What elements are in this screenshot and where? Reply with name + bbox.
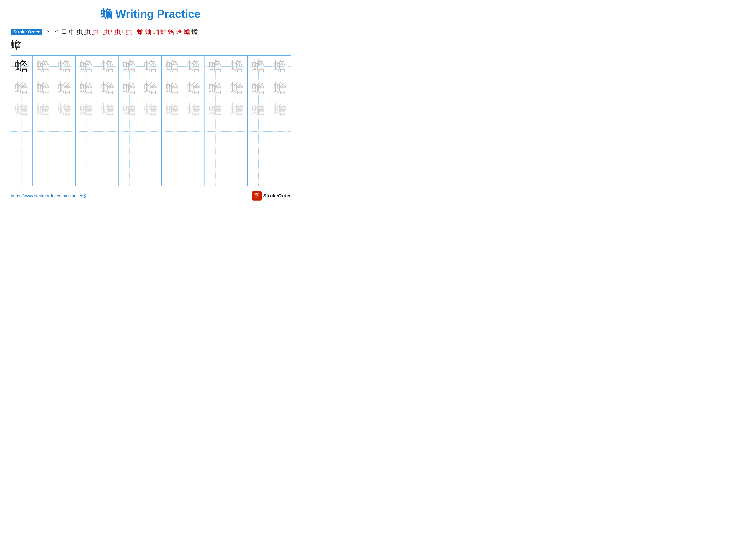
practice-char: 蟾: [252, 101, 265, 118]
grid-cell[interactable]: 蟾: [183, 77, 205, 99]
grid-cell[interactable]: 蟾: [54, 56, 76, 77]
grid-cell[interactable]: 蟾: [183, 56, 205, 77]
grid-row[interactable]: 蟾蟾蟾蟾蟾蟾蟾蟾蟾蟾蟾蟾蟾: [11, 99, 291, 121]
grid-cell[interactable]: [140, 142, 162, 164]
grid-cell[interactable]: 蟾: [54, 77, 76, 99]
grid-cell[interactable]: [226, 164, 248, 186]
grid-cell[interactable]: 蟾: [140, 77, 162, 99]
practice-char: 蟾: [123, 58, 136, 75]
grid-cell[interactable]: 蟾: [226, 99, 248, 121]
grid-cell[interactable]: [205, 142, 226, 164]
grid-cell[interactable]: [205, 164, 226, 186]
grid-cell[interactable]: 蟾: [119, 99, 140, 121]
grid-cell[interactable]: 蟾: [162, 77, 183, 99]
grid-cell[interactable]: [162, 142, 183, 164]
stroke-step: 蚰: [160, 28, 168, 35]
grid-cell[interactable]: [11, 142, 33, 164]
grid-cell[interactable]: [269, 164, 291, 186]
grid-cell[interactable]: [54, 142, 76, 164]
practice-char: 蟾: [252, 58, 265, 75]
grid-cell[interactable]: 蟾: [226, 77, 248, 99]
practice-char: 蟾: [101, 101, 114, 118]
grid-row[interactable]: [11, 142, 291, 164]
grid-cell[interactable]: 蟾: [248, 77, 269, 99]
grid-cell[interactable]: [97, 164, 119, 186]
grid-cell[interactable]: [248, 142, 269, 164]
grid-cell[interactable]: [33, 164, 54, 186]
grid-cell[interactable]: [162, 121, 183, 142]
grid-cell[interactable]: [205, 121, 226, 142]
grid-cell[interactable]: 蟾: [119, 56, 140, 77]
grid-cell[interactable]: [183, 164, 205, 186]
grid-row[interactable]: 蟾蟾蟾蟾蟾蟾蟾蟾蟾蟾蟾蟾蟾: [11, 56, 291, 77]
grid-cell[interactable]: 蟾: [162, 99, 183, 121]
grid-cell[interactable]: 蟾: [76, 56, 97, 77]
grid-cell[interactable]: 蟾: [54, 99, 76, 121]
grid-cell[interactable]: 蟾: [97, 56, 119, 77]
footer-url[interactable]: https://www.strokeorder.com/chinese/蟾: [11, 193, 86, 199]
grid-cell[interactable]: [226, 142, 248, 164]
practice-char: 蟾: [101, 58, 114, 75]
grid-cell[interactable]: [248, 121, 269, 142]
grid-cell[interactable]: 蟾: [269, 56, 291, 77]
practice-grid[interactable]: 蟾蟾蟾蟾蟾蟾蟾蟾蟾蟾蟾蟾蟾蟾蟾蟾蟾蟾蟾蟾蟾蟾蟾蟾蟾蟾蟾蟾蟾蟾蟾蟾蟾蟾蟾蟾蟾蟾蟾: [11, 55, 291, 186]
grid-cell[interactable]: [54, 121, 76, 142]
grid-cell[interactable]: [119, 121, 140, 142]
grid-cell[interactable]: [97, 142, 119, 164]
grid-cell[interactable]: [269, 142, 291, 164]
grid-cell[interactable]: [11, 121, 33, 142]
grid-cell[interactable]: 蟾: [226, 56, 248, 77]
grid-cell[interactable]: 蟾: [205, 77, 226, 99]
grid-cell[interactable]: 蟾: [11, 56, 33, 77]
practice-char: 蟾: [15, 101, 28, 118]
grid-cell[interactable]: [33, 142, 54, 164]
grid-cell[interactable]: [183, 142, 205, 164]
grid-cell[interactable]: 蟾: [33, 99, 54, 121]
grid-cell[interactable]: 蟾: [11, 77, 33, 99]
grid-cell[interactable]: [97, 121, 119, 142]
grid-cell[interactable]: 蟾: [205, 99, 226, 121]
grid-cell[interactable]: [248, 164, 269, 186]
grid-cell[interactable]: [140, 121, 162, 142]
grid-row[interactable]: 蟾蟾蟾蟾蟾蟾蟾蟾蟾蟾蟾蟾蟾: [11, 77, 291, 99]
grid-cell[interactable]: 蟾: [119, 77, 140, 99]
grid-cell[interactable]: 蟾: [33, 56, 54, 77]
grid-cell[interactable]: [119, 164, 140, 186]
grid-cell[interactable]: 蟾: [140, 99, 162, 121]
grid-cell[interactable]: 蟾: [162, 56, 183, 77]
grid-cell[interactable]: 蟾: [269, 77, 291, 99]
practice-char: 蟾: [58, 101, 71, 118]
stroke-step: 虫⁻: [92, 28, 103, 35]
grid-cell[interactable]: [119, 142, 140, 164]
stroke-step: 虫±: [114, 28, 125, 35]
grid-cell[interactable]: 蟾: [97, 99, 119, 121]
grid-cell[interactable]: [76, 164, 97, 186]
grid-cell[interactable]: 蟾: [183, 99, 205, 121]
grid-cell[interactable]: [183, 121, 205, 142]
practice-char: 蟾: [274, 101, 286, 118]
practice-char: 蟾: [187, 79, 200, 97]
grid-cell[interactable]: [76, 142, 97, 164]
grid-cell[interactable]: [54, 164, 76, 186]
grid-cell[interactable]: [226, 121, 248, 142]
grid-cell[interactable]: 蟾: [140, 56, 162, 77]
grid-cell[interactable]: [76, 121, 97, 142]
grid-cell[interactable]: [140, 164, 162, 186]
grid-row[interactable]: [11, 164, 291, 186]
grid-cell[interactable]: [11, 164, 33, 186]
grid-cell[interactable]: [33, 121, 54, 142]
grid-cell[interactable]: 蟾: [76, 99, 97, 121]
grid-cell[interactable]: 蟾: [97, 77, 119, 99]
practice-char: 蟾: [37, 58, 50, 75]
grid-cell[interactable]: 蟾: [76, 77, 97, 99]
practice-char: 蟾: [80, 58, 93, 75]
grid-cell[interactable]: 蟾: [269, 99, 291, 121]
grid-cell[interactable]: [269, 121, 291, 142]
grid-cell[interactable]: 蟾: [33, 77, 54, 99]
grid-cell[interactable]: 蟾: [248, 56, 269, 77]
grid-cell[interactable]: 蟾: [205, 56, 226, 77]
grid-cell[interactable]: 蟾: [248, 99, 269, 121]
grid-cell[interactable]: [162, 164, 183, 186]
grid-cell[interactable]: 蟾: [11, 99, 33, 121]
grid-row[interactable]: [11, 121, 291, 142]
